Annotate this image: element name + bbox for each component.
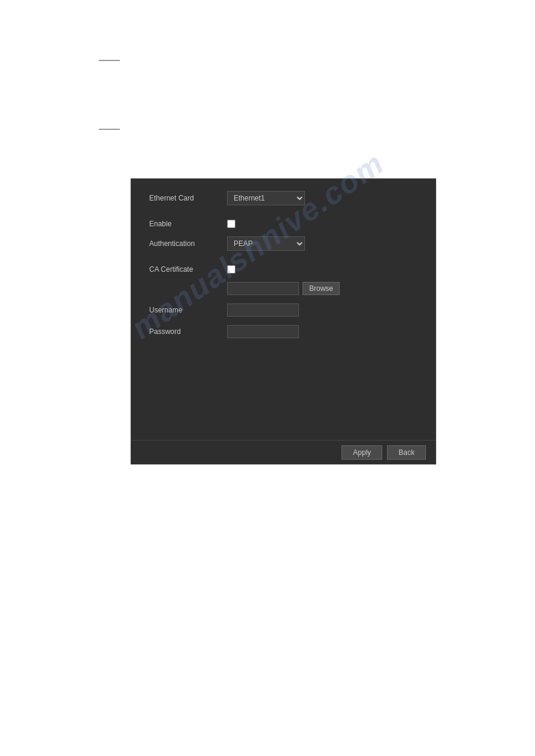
- password-row: Password: [149, 325, 418, 338]
- ca-certificate-control: [227, 265, 418, 274]
- page-line-bottom: [99, 129, 120, 130]
- ca-certificate-input[interactable]: [227, 282, 299, 295]
- authentication-label: Authentication: [149, 239, 227, 248]
- enable-label: Enable: [149, 220, 227, 228]
- dialog-footer: Apply Back: [131, 440, 436, 464]
- enable-row: Enable: [149, 220, 418, 228]
- username-control: [227, 303, 418, 317]
- ethernet-card-label: Ethernet Card: [149, 194, 227, 202]
- password-control: [227, 325, 418, 338]
- password-label: Password: [149, 327, 227, 336]
- username-input[interactable]: [227, 303, 299, 317]
- ca-certificate-label: CA Certificate: [149, 265, 227, 274]
- authentication-row: Authentication PEAP TLS MD5: [149, 236, 418, 251]
- back-button[interactable]: Back: [387, 445, 426, 460]
- enable-checkbox[interactable]: [227, 220, 235, 228]
- browse-button[interactable]: Browse: [303, 282, 340, 295]
- authentication-control: PEAP TLS MD5: [227, 236, 418, 251]
- authentication-select[interactable]: PEAP TLS MD5: [227, 236, 305, 251]
- username-label: Username: [149, 306, 227, 314]
- ca-certificate-browse-row: Browse: [149, 282, 418, 295]
- ca-certificate-row: CA Certificate: [149, 265, 418, 274]
- ethernet-card-row: Ethernet Card Ethernet1 Ethernet2: [149, 191, 418, 205]
- ca-certificate-checkbox[interactable]: [227, 265, 235, 274]
- dialog-panel: Ethernet Card Ethernet1 Ethernet2 Enable…: [131, 178, 436, 464]
- enable-control: [227, 220, 418, 228]
- username-row: Username: [149, 303, 418, 317]
- ethernet-card-control: Ethernet1 Ethernet2: [227, 191, 418, 205]
- password-input[interactable]: [227, 325, 299, 338]
- ca-certificate-browse-control: Browse: [227, 282, 418, 295]
- page-line-top: [99, 60, 120, 61]
- ethernet-card-select[interactable]: Ethernet1 Ethernet2: [227, 191, 305, 205]
- apply-button[interactable]: Apply: [341, 445, 382, 460]
- dialog-body: Ethernet Card Ethernet1 Ethernet2 Enable…: [131, 179, 436, 359]
